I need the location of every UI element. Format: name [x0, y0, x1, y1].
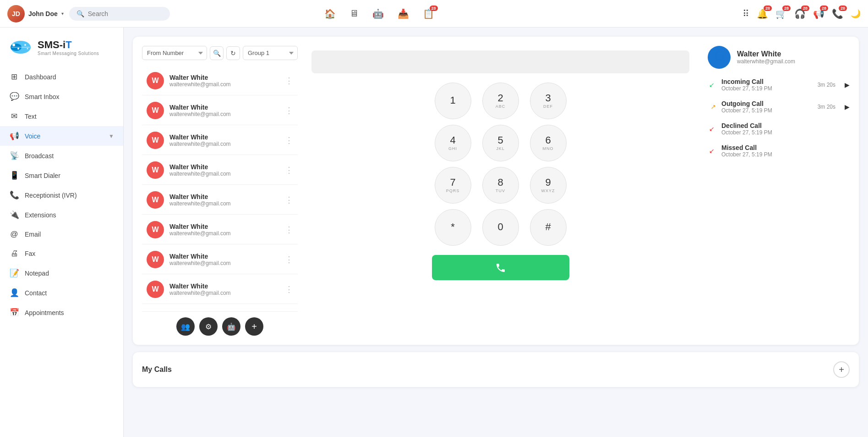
play-button[interactable]: ▶ — [845, 81, 850, 89]
logo-text: SMS-iT Smart Messaging Solutions — [38, 39, 99, 56]
sidebar-item-receptionist[interactable]: 📞 Receptionist (IVR) — [0, 185, 123, 205]
contact-menu-icon[interactable]: ⋮ — [285, 165, 293, 175]
contact-menu-icon[interactable]: ⋮ — [285, 105, 293, 116]
dial-button-7[interactable]: 7 PQRS — [435, 167, 471, 204]
dial-button-4[interactable]: 4 GHI — [435, 125, 471, 161]
group-contacts-button[interactable]: 👥 — [176, 317, 195, 336]
add-contact-button[interactable]: + — [245, 317, 263, 336]
table-row[interactable]: W Walter White walterewhite@gmail.com ⋮ — [142, 96, 298, 125]
contact-menu-icon[interactable]: ⋮ — [285, 225, 293, 235]
voice-icon: 📢 — [9, 131, 19, 141]
monitor-nav-icon[interactable]: 🖥 — [349, 8, 359, 19]
contact-name: Walter White — [169, 74, 279, 81]
call-button[interactable] — [432, 255, 569, 280]
svg-point-6 — [27, 48, 28, 50]
contact-menu-icon[interactable]: ⋮ — [285, 284, 293, 294]
bot-nav-icon[interactable]: 🤖 — [372, 8, 384, 19]
search-input[interactable] — [88, 10, 163, 17]
user-profile[interactable]: JD John Doe ▾ — [7, 5, 64, 22]
contact-info: Walter White walterewhite@gmail.com — [169, 253, 279, 266]
dial-button-3[interactable]: 3 DEF — [530, 83, 567, 119]
contact-menu-icon[interactable]: ⋮ — [285, 76, 293, 86]
avatar: JD — [7, 5, 25, 22]
contact-email: walterewhite@gmail.com — [169, 230, 279, 237]
sidebar-item-broadcast[interactable]: 📡 Broadcast — [0, 146, 123, 166]
email-icon: @ — [9, 230, 19, 239]
contact-info: Walter White walterewhite@gmail.com — [169, 223, 279, 237]
cart-button[interactable]: 🛒28 — [775, 8, 787, 19]
sidebar-item-label: Contact — [25, 289, 47, 297]
search-contacts-button[interactable]: 🔍 — [210, 46, 224, 60]
dial-button-9[interactable]: 9 WXYZ — [530, 167, 567, 204]
search-bar[interactable]: 🔍 — [69, 7, 170, 21]
bell-button[interactable]: 🔔28 — [757, 8, 768, 19]
selected-contact-header: 👤 Walter White walterwhite@gmail.com — [708, 46, 850, 69]
voice-panel: From Number 🔍 ↻ Group 1 Group 2 Group 3 … — [133, 37, 859, 345]
group-select[interactable]: Group 1 Group 2 Group 3 — [243, 46, 298, 60]
grid-icon[interactable]: ⠿ — [742, 8, 749, 19]
contact-menu-icon[interactable]: ⋮ — [285, 135, 293, 145]
megaphone-button[interactable]: 📢28 — [813, 8, 824, 19]
header-nav: 🏠 🖥 🤖 📥 📋28 — [324, 8, 434, 19]
contact-info: Walter White walterewhite@gmail.com — [169, 104, 279, 117]
dial-button-5[interactable]: 5 JKL — [482, 125, 519, 161]
refresh-button[interactable]: ↻ — [226, 46, 240, 60]
inbox-nav-icon[interactable]: 📥 — [398, 8, 409, 19]
contact-name: Walter White — [169, 253, 279, 260]
dial-button-6[interactable]: 6 MNO — [530, 125, 567, 161]
contacts-footer: 👥 ⚙ 🤖 + — [142, 311, 298, 336]
sidebar-item-contact[interactable]: 👤 Contact — [0, 283, 123, 303]
dial-button-8[interactable]: 8 TUV — [482, 167, 519, 204]
home-nav-icon[interactable]: 🏠 — [324, 8, 336, 19]
dialer-section: 1 2 ABC 3 DEF 4 GHI — [307, 46, 694, 336]
dial-button-star[interactable]: * — [435, 209, 471, 246]
table-row[interactable]: W Walter White walterewhite@gmail.com ⋮ — [142, 126, 298, 155]
main-content: From Number 🔍 ↻ Group 1 Group 2 Group 3 … — [124, 28, 868, 437]
contact-email: walterewhite@gmail.com — [169, 290, 279, 296]
list-nav-icon[interactable]: 📋28 — [423, 8, 434, 19]
dial-button-0[interactable]: 0 — [482, 209, 519, 246]
sidebar-item-extensions[interactable]: 🔌 Extensions — [0, 205, 123, 225]
dial-button-2[interactable]: 2 ABC — [482, 83, 519, 119]
play-button[interactable]: ▶ — [845, 103, 850, 111]
dial-button-hash[interactable]: # — [530, 209, 567, 246]
sidebar-item-label: Appointments — [25, 309, 64, 316]
bot-contacts-button[interactable]: 🤖 — [222, 317, 240, 336]
dial-button-1[interactable]: 1 — [435, 83, 471, 119]
settings-button[interactable]: ⚙ — [199, 317, 218, 336]
sidebar-item-voice[interactable]: 📢 Voice ▼ — [0, 126, 123, 146]
contact-avatar: W — [147, 221, 164, 238]
sidebar-item-email[interactable]: @ Email — [0, 225, 123, 244]
table-row[interactable]: W Walter White walterewhite@gmail.com ⋮ — [142, 216, 298, 244]
phone-button[interactable]: 📞28 — [832, 8, 843, 19]
contact-menu-icon[interactable]: ⋮ — [285, 254, 293, 265]
sidebar-item-smart-dialer[interactable]: 📱 Smart Dialer — [0, 166, 123, 185]
contacts-section: From Number 🔍 ↻ Group 1 Group 2 Group 3 … — [142, 46, 298, 336]
sidebar-item-fax[interactable]: 🖨 Fax — [0, 244, 123, 263]
add-call-button[interactable]: + — [833, 361, 850, 378]
logo-title: SMS-iT — [38, 39, 99, 51]
sidebar-item-label: Smart Dialer — [25, 172, 60, 179]
contact-icon: 👤 — [9, 288, 19, 298]
table-row[interactable]: W Walter White walterewhite@gmail.com ⋮ — [142, 156, 298, 185]
contact-menu-icon[interactable]: ⋮ — [285, 195, 293, 205]
headset-button[interactable]: 🎧28 — [794, 8, 806, 19]
sidebar-item-notepad[interactable]: 📝 Notepad — [0, 263, 123, 283]
sidebar-item-appointments[interactable]: 📅 Appointments — [0, 303, 123, 322]
call-log-info: Declined Call October 27, 5:19 PM — [721, 122, 850, 136]
table-row[interactable]: W Walter White walterewhite@gmail.com ⋮ — [142, 245, 298, 274]
sidebar-item-dashboard[interactable]: ⊞ Dashboard — [0, 67, 123, 87]
table-row[interactable]: W Walter White walterewhite@gmail.com ⋮ — [142, 275, 298, 304]
sidebar-item-text[interactable]: ✉ Text — [0, 106, 123, 126]
call-date: October 27, 5:19 PM — [721, 129, 850, 136]
table-row[interactable]: W Walter White walterewhite@gmail.com ⋮ — [142, 66, 298, 95]
call-log-info: Outgoing Call October 27, 5:19 PM — [721, 100, 812, 114]
notepad-icon: 📝 — [9, 268, 19, 278]
table-row[interactable]: W Walter White walterewhite@gmail.com ⋮ — [142, 186, 298, 215]
sidebar-item-label: Extensions — [25, 211, 56, 219]
appointments-icon: 📅 — [9, 308, 19, 317]
contact-avatar: W — [147, 102, 164, 119]
from-number-select[interactable]: From Number — [142, 46, 207, 60]
sidebar-item-smart-inbox[interactable]: 💬 Smart Inbox — [0, 87, 123, 106]
dark-mode-toggle[interactable]: 🌙 — [851, 9, 861, 19]
